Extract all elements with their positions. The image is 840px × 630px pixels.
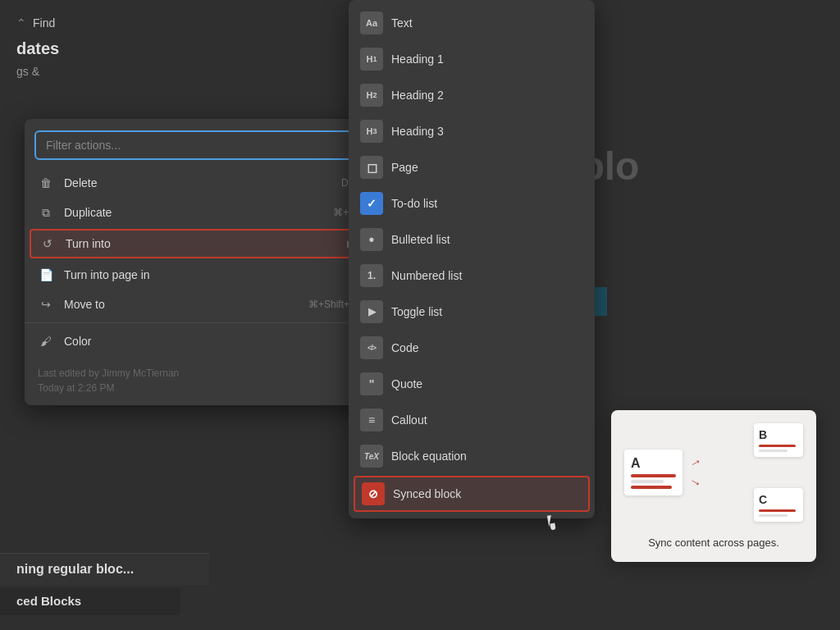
bulleted-label: Bulleted list	[391, 233, 450, 246]
preview-block-a: A	[624, 450, 682, 495]
turn-into-page-label: Turn into page in	[64, 268, 339, 281]
menu-item-turn-into-page[interactable]: 📄 Turn into page in ▶	[25, 260, 369, 290]
quote-icon: "	[360, 372, 383, 395]
block-c-line2	[759, 514, 788, 517]
code-label: Code	[391, 341, 418, 354]
equation-icon: TeX	[360, 445, 383, 468]
footer-line2: Today at 2:26 PM	[38, 381, 356, 395]
submenu-item-numbered[interactable]: 1. Numbered list	[349, 258, 595, 294]
block-a-line1	[631, 474, 676, 477]
code-icon: </>	[360, 336, 383, 359]
submenu-item-bulleted[interactable]: • Bulleted list	[349, 221, 595, 258]
submenu-item-quote[interactable]: " Quote	[349, 366, 595, 402]
bullet-icon: •	[360, 228, 383, 251]
block-a-line3	[631, 486, 672, 489]
mouse-cursor	[548, 515, 561, 533]
trash-icon: 🗑	[38, 175, 54, 191]
number-icon: 1.	[360, 264, 383, 287]
h3-icon: H3	[360, 120, 383, 143]
block-b-line1	[759, 445, 796, 447]
menu-item-turn-into[interactable]: ↺ Turn into ▶	[30, 229, 364, 258]
submenu-item-equation[interactable]: TeX Block equation	[349, 438, 595, 474]
color-icon: 🖌	[38, 333, 54, 349]
todo-icon: ✓	[360, 192, 383, 215]
turn-into-submenu: Aa Text H1 Heading 1 H2 Heading 2 H3 Hea…	[349, 0, 595, 518]
text-label: Text	[391, 16, 413, 30]
menu-item-duplicate[interactable]: ⧉ Duplicate ⌘+D	[25, 198, 369, 227]
filter-wrapper[interactable]	[25, 126, 369, 168]
h1-icon: H1	[360, 48, 383, 71]
h1-label: Heading 1	[391, 52, 444, 66]
block-c-label: C	[759, 493, 798, 506]
toggle-icon: ▶	[360, 300, 383, 323]
move-to-label: Move to	[64, 298, 299, 311]
synced-icon: ⊘	[362, 482, 385, 505]
arrow-down: →	[687, 472, 705, 492]
equation-label: Block equation	[391, 450, 467, 463]
text-block-icon: Aa	[360, 11, 383, 34]
synced-preview-text: Sync content across pages.	[624, 532, 803, 549]
move-icon: ↪	[38, 296, 54, 313]
block-c-line1	[759, 509, 796, 512]
todo-label: To-do list	[391, 197, 437, 210]
page-icon: 📄	[38, 267, 54, 283]
quote-label: Quote	[391, 377, 422, 390]
synced-visual: A → → B C	[624, 423, 803, 522]
submenu-item-h2[interactable]: H2 Heading 2	[349, 77, 595, 113]
block-b-line2	[759, 450, 788, 452]
arrow-up: →	[687, 453, 705, 472]
duplicate-label: Duplicate	[64, 206, 323, 219]
numbered-label: Numbered list	[391, 269, 462, 282]
menu-item-move-to[interactable]: ↪ Move to ⌘+Shift+P	[25, 290, 369, 319]
preview-block-b: B	[754, 423, 803, 457]
turn-into-label: Turn into	[66, 237, 337, 250]
menu-divider	[25, 322, 369, 323]
filter-input[interactable]	[34, 130, 359, 160]
delete-label: Delete	[64, 176, 331, 189]
callout-label: Callout	[391, 413, 427, 427]
h2-icon: H2	[360, 84, 383, 107]
block-a-line2	[631, 480, 664, 483]
submenu-item-todo[interactable]: ✓ To-do list	[349, 185, 595, 221]
h3-label: Heading 3	[391, 125, 444, 138]
synced-label: Synced block	[393, 487, 461, 500]
submenu-item-toggle[interactable]: ▶ Toggle list	[349, 294, 595, 330]
context-menu: 🗑 Delete Del ⧉ Duplicate ⌘+D ↺ Turn into…	[25, 119, 369, 405]
menu-footer: Last edited by Jimmy McTiernan Today at …	[25, 356, 369, 399]
synced-blocks-label: ced Blocks	[0, 587, 180, 615]
menu-item-delete[interactable]: 🗑 Delete Del	[25, 168, 369, 198]
submenu-item-h1[interactable]: H1 Heading 1	[349, 41, 595, 77]
page-type-icon: ◻	[360, 156, 383, 179]
find-label: Find	[33, 16, 55, 30]
menu-item-color[interactable]: 🖌 Color ▶	[25, 326, 369, 356]
callout-icon: ≡	[360, 409, 383, 431]
preview-block-c: C	[754, 488, 803, 522]
submenu-item-page[interactable]: ◻ Page	[349, 149, 595, 185]
block-b-label: B	[759, 428, 798, 441]
submenu-item-text[interactable]: Aa Text	[349, 5, 595, 41]
submenu-item-code[interactable]: </> Code	[349, 330, 595, 366]
submenu-item-synced[interactable]: ⊘ Synced block	[354, 476, 590, 512]
chevron-icon: ⌃	[16, 16, 26, 30]
turn-into-icon: ↺	[39, 235, 56, 252]
synced-preview-tooltip: A → → B C Sync content across pages.	[611, 410, 816, 562]
toggle-label: Toggle list	[391, 305, 442, 318]
block-a-label: A	[631, 456, 676, 471]
page-label: Page	[391, 161, 418, 174]
submenu-item-callout[interactable]: ≡ Callout	[349, 402, 595, 438]
color-label: Color	[64, 335, 339, 348]
footer-line1: Last edited by Jimmy McTiernan	[38, 366, 356, 381]
duplicate-icon: ⧉	[38, 204, 54, 221]
block-label: ning regular bloc...	[0, 553, 209, 585]
h2-label: Heading 2	[391, 89, 444, 102]
preview-arrows: → →	[689, 455, 702, 490]
submenu-item-h3[interactable]: H3 Heading 3	[349, 113, 595, 149]
